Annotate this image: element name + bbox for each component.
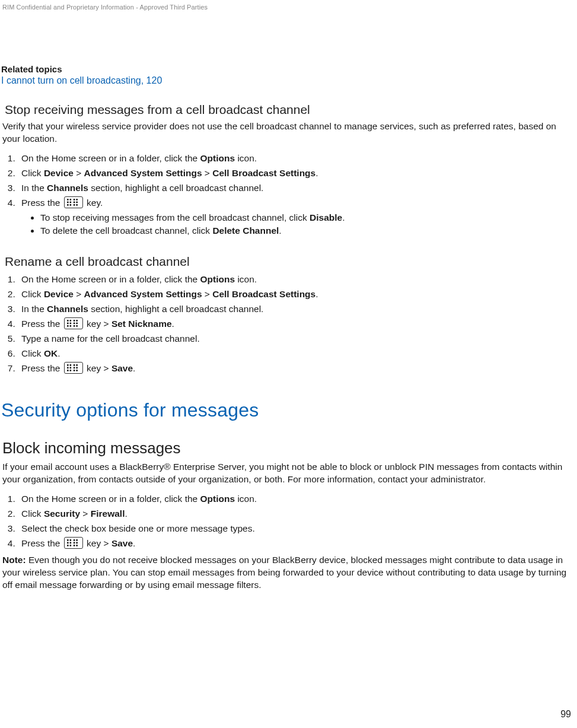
heading-stop-receiving: Stop receiving messages from a cell broa… (5, 103, 573, 117)
confidential-header: RIM Confidential and Proprietary Informa… (0, 0, 577, 11)
list-item: Click Device > Advanced System Settings … (18, 287, 573, 301)
list-item: On the Home screen or in a folder, click… (18, 151, 573, 166)
list-item: Click Device > Advanced System Settings … (18, 166, 573, 180)
list-item: On the Home screen or in a folder, click… (18, 492, 573, 506)
block-intro: If your email account uses a BlackBerry®… (2, 461, 572, 486)
related-topics-heading: Related topics (1, 64, 573, 74)
list-item: In the Channels section, highlight a cel… (18, 302, 573, 316)
note-label: Note: (2, 555, 26, 565)
list-item: Click Security > Firewall. (18, 507, 573, 521)
stop-sub-bullets: To stop receiving messages from the cell… (28, 211, 573, 238)
menu-key-icon (64, 362, 83, 374)
list-item: Select the check box beside one or more … (18, 522, 573, 536)
rename-steps-list: On the Home screen or in a folder, click… (1, 272, 573, 376)
list-item: On the Home screen or in a folder, click… (18, 272, 573, 287)
list-item: Type a name for the cell broadcast chann… (18, 332, 573, 346)
list-item: Click OK. (18, 346, 573, 361)
list-item: Press the key > Save. (18, 536, 573, 551)
page-content: Related topics I cannot turn on cell bro… (0, 64, 577, 592)
menu-key-icon (64, 317, 83, 329)
page-number: 99 (560, 709, 571, 720)
menu-key-icon (64, 196, 83, 208)
block-steps-list: On the Home screen or in a folder, click… (1, 492, 573, 551)
list-item: Press the key > Set Nickname. (18, 317, 573, 331)
heading-security-options: Security options for messages (1, 399, 573, 421)
menu-key-icon (64, 537, 83, 549)
list-item: To stop receiving messages from the cell… (40, 211, 573, 224)
list-item: Press the key. To stop receiving message… (18, 196, 573, 238)
related-topic-link[interactable]: I cannot turn on cell broadcasting, 120 (1, 75, 162, 85)
note-paragraph: Note: Even though you do not receive blo… (2, 554, 572, 592)
stop-intro: Verify that your wireless service provid… (2, 120, 572, 145)
list-item: In the Channels section, highlight a cel… (18, 181, 573, 195)
heading-block-incoming: Block incoming messages (2, 439, 573, 457)
stop-steps-list: On the Home screen or in a folder, click… (1, 151, 573, 238)
heading-rename-channel: Rename a cell broadcast channel (5, 255, 573, 269)
list-item: To delete the cell broadcast channel, cl… (40, 224, 573, 237)
list-item: Press the key > Save. (18, 361, 573, 376)
document-page: RIM Confidential and Proprietary Informa… (0, 0, 577, 728)
